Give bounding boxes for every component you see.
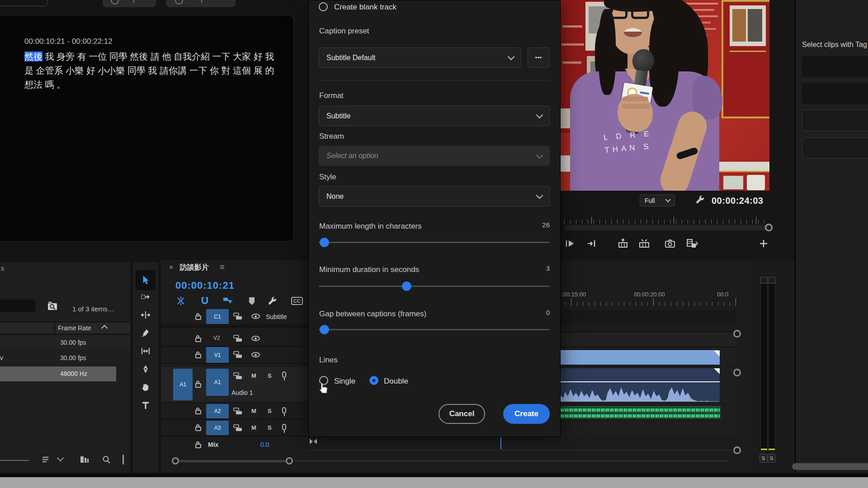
track-targeting-icon[interactable] — [233, 408, 242, 417]
mute-button[interactable]: M — [251, 372, 256, 379]
timeline-tab-title[interactable]: 訪談影片 — [180, 263, 209, 272]
timeline-timecode[interactable]: 00:00:10:21 — [175, 280, 235, 291]
monitor-zoom-select[interactable]: Full — [640, 194, 675, 206]
max-length-slider[interactable] — [319, 242, 550, 243]
button-editor-plus[interactable] — [759, 239, 769, 250]
track-v1-badge[interactable]: V1 — [206, 347, 229, 363]
v1-video-clip[interactable] — [561, 350, 720, 365]
freeform-view-icon[interactable] — [80, 455, 90, 466]
project-search-input[interactable] — [0, 300, 35, 312]
mix-volume-value[interactable]: 0.0 — [260, 441, 269, 448]
zoom-scroll-handle-left[interactable] — [172, 457, 179, 465]
solo-button[interactable]: S — [268, 372, 272, 379]
track-targeting-icon[interactable] — [233, 313, 242, 322]
lock-icon[interactable] — [195, 410, 201, 414]
panel-scroll-handle[interactable] — [123, 455, 124, 465]
track-targeting-icon[interactable] — [233, 424, 242, 433]
list-view-icon[interactable] — [41, 455, 51, 466]
caption-track-lane[interactable] — [561, 310, 736, 324]
solo-left-button[interactable]: S — [760, 454, 767, 463]
caption-highlighted-word[interactable]: 然後 — [24, 52, 42, 61]
caption-text[interactable]: 然後 我 身旁 有 一位 同學 然後 請 他 自我介紹 一下 大家 好 我 是 … — [24, 50, 283, 92]
track-output-eye-icon[interactable] — [251, 336, 260, 341]
track-output-eye-icon[interactable] — [251, 314, 260, 319]
voiceover-mic-icon[interactable] — [282, 424, 286, 430]
track-targeting-icon[interactable] — [233, 335, 242, 344]
cancel-button[interactable]: Cancel — [439, 404, 485, 424]
project-row-2[interactable]: v 30.00 fps — [0, 351, 130, 365]
lock-icon[interactable] — [195, 383, 201, 388]
solo-button[interactable]: S — [268, 408, 272, 414]
min-duration-slider-thumb[interactable] — [402, 282, 411, 291]
a2-track-lane[interactable] — [561, 405, 736, 420]
a1-track-lane[interactable] — [561, 367, 736, 404]
track-targeting-icon[interactable] — [233, 351, 242, 360]
voiceover-mic-icon[interactable] — [282, 371, 286, 378]
project-row-3-selected[interactable]: 48000 Hz — [0, 366, 116, 381]
ripple-edit-tool[interactable] — [141, 310, 151, 320]
track-a3-badge[interactable]: A3 — [206, 421, 229, 435]
create-blank-track-label[interactable]: Create blank track — [334, 3, 396, 12]
format-select[interactable]: Subtitle — [319, 106, 550, 126]
tag-button-1[interactable] — [802, 56, 868, 77]
go-to-out-button[interactable] — [587, 239, 597, 250]
track-a1-name[interactable]: Audio 1 — [231, 389, 253, 396]
scroll-track-line[interactable] — [295, 460, 728, 461]
zoom-scroll-bar[interactable] — [179, 460, 286, 462]
timeline-settings-wrench-icon[interactable] — [267, 296, 278, 308]
v2-track-lane[interactable] — [561, 332, 736, 347]
timeline-ruler[interactable]: :00:15:00 00:00:20:00 00:0 — [561, 286, 737, 309]
snap-crossed-icon[interactable] — [176, 296, 186, 308]
track-height-handle[interactable] — [733, 369, 741, 376]
a3-track-lane[interactable] — [561, 422, 736, 436]
gap-slider-thumb[interactable] — [320, 325, 329, 334]
slip-tool[interactable] — [141, 346, 151, 356]
monitor-timecode[interactable]: 00:00:24:03 — [712, 196, 763, 206]
lock-icon[interactable] — [195, 427, 201, 431]
double-lines-radio[interactable] — [369, 376, 378, 385]
max-length-value[interactable]: 26 — [514, 221, 550, 229]
lock-icon[interactable] — [195, 315, 201, 320]
project-search-icon[interactable] — [101, 455, 111, 466]
razor-tool[interactable] — [141, 328, 151, 338]
source-a1-badge[interactable]: A1 — [173, 369, 193, 400]
top-toolbar-button-1[interactable] — [103, 0, 156, 7]
play-in-to-out-button[interactable] — [565, 239, 575, 250]
fit-clip-icon[interactable] — [309, 438, 317, 446]
create-blank-track-radio[interactable] — [319, 2, 328, 11]
voiceover-mic-icon[interactable] — [282, 407, 286, 413]
close-tab-icon[interactable]: × — [169, 263, 173, 272]
project-row-1[interactable]: 30.00 fps — [0, 335, 130, 350]
gap-value[interactable]: 0 — [514, 309, 550, 316]
monitor-scrollbar[interactable] — [564, 225, 769, 230]
type-tool[interactable] — [141, 400, 151, 410]
gap-slider[interactable] — [319, 329, 550, 330]
pen-tool[interactable] — [141, 364, 151, 374]
caption-rest[interactable]: 我 身旁 有 一位 同學 然後 請 他 自我介紹 一下 大家 好 我 是 企管系… — [24, 52, 274, 89]
project-zoom-slider[interactable] — [0, 460, 29, 461]
track-output-eye-icon[interactable] — [251, 352, 260, 357]
lock-icon[interactable] — [195, 338, 201, 342]
frame-rate-column-header[interactable]: Frame Rate — [58, 324, 91, 332]
double-lines-label[interactable]: Double — [384, 377, 408, 386]
stream-select[interactable]: Select an option — [319, 146, 550, 166]
single-lines-label[interactable]: Single — [334, 377, 355, 386]
track-v2-badge[interactable]: V2 — [213, 335, 220, 341]
view-chevron-down-icon[interactable] — [58, 457, 63, 460]
selection-tool[interactable] — [136, 270, 156, 290]
captions-cc-icon[interactable]: CC — [291, 297, 303, 305]
preset-more-button[interactable]: ••• — [528, 47, 550, 68]
hand-tool[interactable] — [141, 382, 151, 392]
track-a1-badge[interactable]: A1 — [206, 369, 229, 396]
track-height-handle[interactable] — [733, 330, 741, 338]
lock-icon[interactable] — [195, 444, 201, 448]
mute-button[interactable]: M — [251, 408, 256, 414]
a2-audio-clip[interactable] — [561, 406, 721, 419]
top-toolbar-button-2[interactable] — [166, 0, 236, 7]
clip-volume-line[interactable] — [561, 381, 720, 382]
a1-audio-clip[interactable] — [561, 368, 720, 402]
tag-button-3[interactable] — [802, 110, 868, 131]
track-select-forward-tool[interactable] — [141, 292, 151, 302]
create-button[interactable]: Create — [503, 404, 550, 424]
min-duration-value[interactable]: 3 — [514, 264, 550, 272]
